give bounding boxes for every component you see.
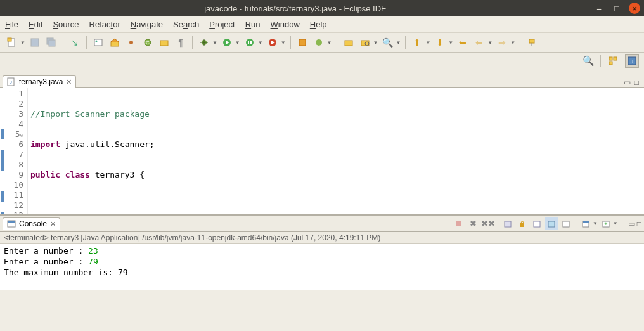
debug-dropdown[interactable]: ▼ xyxy=(212,40,217,46)
svg-rect-17 xyxy=(248,41,249,44)
new-java-dropdown[interactable]: ▼ xyxy=(327,40,332,46)
coverage-icon[interactable] xyxy=(243,36,257,49)
java-perspective-icon[interactable]: J xyxy=(625,54,639,68)
remove-launch-icon[interactable]: ✖ xyxy=(467,217,480,230)
new-java-class-icon[interactable] xyxy=(312,36,326,49)
save-icon[interactable] xyxy=(28,36,42,49)
pin-editor-icon[interactable] xyxy=(525,36,539,49)
word-wrap-icon[interactable] xyxy=(531,217,543,230)
build-icon[interactable] xyxy=(108,36,122,49)
next-annotation-dropdown[interactable]: ▼ xyxy=(448,40,453,46)
console-tab[interactable]: Console ✕ xyxy=(3,217,60,230)
run-icon[interactable] xyxy=(220,36,234,49)
back-history-icon[interactable]: ⬅ xyxy=(472,36,486,49)
new-java-package-icon[interactable] xyxy=(295,36,309,49)
minimize-console-icon[interactable]: ▭ xyxy=(628,219,635,228)
debug-icon[interactable] xyxy=(197,36,211,49)
line-numbers: 1234 5⊖ 6789 10111213 xyxy=(9,88,28,214)
menu-window[interactable]: Window xyxy=(271,20,300,29)
editor-tab-ternary3[interactable]: J ternary3.java ✕ xyxy=(3,75,76,88)
console-toolbar: ✖ ✖✖ ▼ + ▼ ▭ □ xyxy=(453,217,641,230)
new-console-icon[interactable]: + xyxy=(600,217,612,230)
menu-run[interactable]: Run xyxy=(245,20,261,29)
scroll-lock-icon[interactable] xyxy=(516,217,529,230)
ext-tools-dropdown[interactable]: ▼ xyxy=(281,40,286,46)
console-output[interactable]: Enter a number : 23 Enter a number : 79 … xyxy=(0,244,644,290)
ext-tools-icon[interactable] xyxy=(266,36,280,49)
forward-dropdown[interactable]: ▼ xyxy=(510,40,515,46)
svg-rect-22 xyxy=(345,41,352,46)
folder-icon[interactable] xyxy=(157,36,171,49)
package-icon[interactable] xyxy=(124,36,138,49)
open-console-icon[interactable] xyxy=(579,217,592,230)
open-task-icon[interactable] xyxy=(342,36,356,49)
svg-rect-7 xyxy=(111,42,119,46)
pilcrow-icon[interactable]: ¶ xyxy=(174,36,188,49)
svg-rect-2 xyxy=(31,39,39,46)
maximize-console-icon[interactable]: □ xyxy=(637,219,641,228)
terminate-icon[interactable] xyxy=(453,217,465,230)
close-button[interactable]: × xyxy=(629,3,640,14)
console-area: Console ✕ ✖ ✖✖ ▼ + ▼ ▭ □ <terminated> te… xyxy=(0,214,644,290)
console-input-1: 23 xyxy=(88,246,98,256)
code-editor[interactable]: 1234 5⊖ 6789 10111213 //Import Scanner p… xyxy=(0,88,644,214)
open-console-dropdown[interactable]: ▼ xyxy=(593,221,598,226)
console-input-2: 79 xyxy=(88,257,98,266)
marker xyxy=(1,212,4,214)
quick-access-icon[interactable]: 🔍 xyxy=(581,54,595,68)
new-icon[interactable] xyxy=(5,36,19,49)
svg-point-16 xyxy=(246,39,254,46)
menu-project[interactable]: Project xyxy=(209,20,235,29)
svg-point-8 xyxy=(129,41,133,44)
menu-navigate[interactable]: Navigate xyxy=(131,20,163,29)
new-class-icon[interactable]: C xyxy=(141,36,155,49)
forward-icon[interactable]: ➡ xyxy=(495,36,509,49)
console-tabbar: Console ✕ ✖ ✖✖ ▼ + ▼ ▭ □ xyxy=(0,216,644,232)
svg-rect-25 xyxy=(529,39,534,43)
svg-rect-40 xyxy=(548,221,555,227)
marker xyxy=(1,160,4,171)
svg-rect-18 xyxy=(250,41,252,44)
search-file-dropdown[interactable]: ▼ xyxy=(373,40,378,46)
svg-rect-20 xyxy=(299,39,306,46)
display-console-icon[interactable] xyxy=(560,217,572,230)
svg-text:+: + xyxy=(604,221,607,227)
menu-source[interactable]: Source xyxy=(53,20,79,29)
open-perspective-icon[interactable] xyxy=(606,54,620,68)
svg-rect-41 xyxy=(563,221,569,227)
search-icon[interactable]: 🔍 xyxy=(380,36,394,49)
toolbar-row2: 🔍 J xyxy=(0,53,644,72)
menu-search[interactable]: Search xyxy=(173,20,199,29)
minimize-editor-icon[interactable]: ▭ xyxy=(624,78,631,87)
pin-console-icon[interactable] xyxy=(545,217,558,230)
fold-marker[interactable] xyxy=(1,129,4,139)
menu-help[interactable]: Help xyxy=(310,20,327,29)
svg-rect-38 xyxy=(520,223,524,227)
minimize-button[interactable]: – xyxy=(593,3,605,14)
save-all-icon[interactable] xyxy=(44,36,58,49)
prev-annotation-icon[interactable]: ⬆ xyxy=(410,36,424,49)
clear-console-icon[interactable] xyxy=(501,217,514,230)
menu-edit[interactable]: Edit xyxy=(29,20,42,29)
back-dropdown[interactable]: ▼ xyxy=(487,40,493,46)
next-annotation-icon[interactable]: ⬇ xyxy=(433,36,447,49)
link-icon[interactable]: ↘ xyxy=(68,36,82,49)
prev-annotation-dropdown[interactable]: ▼ xyxy=(425,40,430,46)
source-text[interactable]: //Import Scanner package import java.uti… xyxy=(28,88,644,214)
new-console-dropdown[interactable]: ▼ xyxy=(613,221,618,226)
search-file-icon[interactable] xyxy=(358,36,372,49)
maximize-button[interactable]: □ xyxy=(611,3,622,14)
close-tab-icon[interactable]: ✕ xyxy=(66,78,72,86)
remove-all-icon[interactable]: ✖✖ xyxy=(482,217,494,230)
menu-file[interactable]: File xyxy=(5,20,18,29)
maximize-editor-icon[interactable]: □ xyxy=(634,78,639,87)
open-type-icon[interactable] xyxy=(91,36,105,49)
menu-refactor[interactable]: Refactor xyxy=(89,20,120,29)
new-dropdown[interactable]: ▼ xyxy=(20,40,25,46)
search-dropdown[interactable]: ▼ xyxy=(396,40,401,46)
close-console-tab-icon[interactable]: ✕ xyxy=(50,220,56,228)
svg-rect-35 xyxy=(8,221,15,223)
back-icon[interactable]: ⬅ xyxy=(456,36,470,49)
run-dropdown[interactable]: ▼ xyxy=(235,40,240,46)
coverage-dropdown[interactable]: ▼ xyxy=(258,40,263,46)
